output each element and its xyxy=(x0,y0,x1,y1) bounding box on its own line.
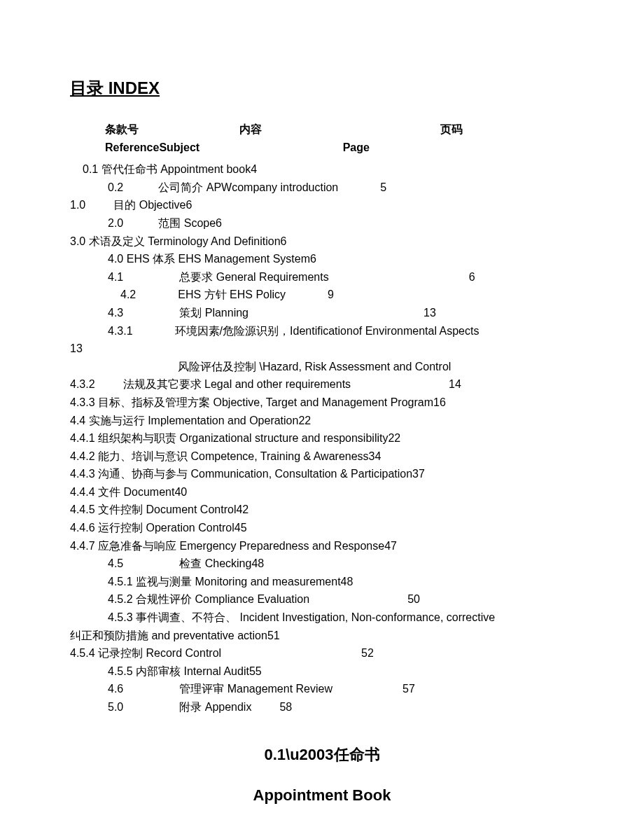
entry-page: 13 xyxy=(424,307,436,319)
entry-num: 4.4.4 xyxy=(70,486,95,498)
entry-en: Management Review xyxy=(227,683,332,695)
toc-entry: 纠正和预防措施 and preventative action51 xyxy=(70,627,574,645)
header-col-ref-en: Reference xyxy=(105,141,159,153)
entry-num: 4.4.5 xyxy=(70,503,95,515)
entry-en: Operation Control xyxy=(146,522,234,534)
entry-page: 6 xyxy=(281,235,287,247)
entry-en: Document Control xyxy=(146,503,237,515)
entry-en: Document xyxy=(124,486,175,498)
toc-entry: 4.4.7 应急准备与响应 Emergency Preparedness and… xyxy=(70,537,574,555)
entry-num: 1.0 xyxy=(70,199,85,211)
toc-entry: 1.0目的 Objective6 xyxy=(70,196,574,214)
toc-entry: 4.5.3 事件调查、不符合、 Incident Investigation, … xyxy=(70,609,574,627)
entry-page: 37 xyxy=(412,468,425,480)
entry-page: 14 xyxy=(449,378,461,390)
toc-entry: 4.0 EHS 体系 EHS Management System6 xyxy=(70,250,574,268)
toc-entry: 风险评估及控制 \Hazard, Risk Assessment and Con… xyxy=(70,358,574,376)
toc-entry: 4.5.1 监视与测量 Monitoring and measurement48 xyxy=(70,573,574,591)
entry-cn: 环境因素/危险源识别， xyxy=(175,325,290,337)
entry-num: 0.2 xyxy=(108,181,123,193)
entry-en: Terminology And Definition xyxy=(148,235,280,247)
entry-num: 0.1 xyxy=(83,163,98,175)
entry-en: Identificationof Environmental Aspects xyxy=(290,325,479,337)
entry-cn: 范围 xyxy=(158,217,181,229)
entry-num: 4.4.3 xyxy=(70,468,95,480)
entry-page: 13 xyxy=(70,342,83,354)
entry-en: General Requirements xyxy=(216,271,329,283)
entry-page: 6 xyxy=(186,199,192,211)
entry-num: 4.5.4 xyxy=(70,647,95,659)
entry-num: 4.4 xyxy=(70,415,85,426)
entry-cn: 监视与测量 xyxy=(136,576,192,588)
entry-cn: 组织架构与职责 xyxy=(98,432,176,444)
entry-en: Checking xyxy=(205,557,252,569)
toc-entry: 4.4 实施与运行 Implementation and Operation22 xyxy=(70,412,574,430)
entry-cn: 应急准备与响应 xyxy=(98,540,176,552)
index-header-cn: 条款号 内容 页码 xyxy=(70,120,574,139)
header-col-page-cn: 页码 xyxy=(440,123,463,135)
entry-cn: 总要求 xyxy=(179,271,213,283)
entry-num: 4.6 xyxy=(108,683,123,695)
entry-page: 34 xyxy=(369,450,382,462)
entry-page: 47 xyxy=(384,540,397,552)
entry-cn: 公司简介 xyxy=(158,181,203,193)
entry-en: Legal and other requirements xyxy=(204,378,351,390)
entry-page: 40 xyxy=(174,486,187,498)
entry-en: Organizational structure and responsibil… xyxy=(180,432,388,444)
entry-num: 4.5.3 xyxy=(108,611,133,623)
toc-entry: 4.4.2 能力、培训与意识 Competence, Training & Aw… xyxy=(70,447,574,466)
entry-page: 9 xyxy=(328,289,334,300)
entry-page: 48 xyxy=(341,576,354,588)
entry-cn: 运行控制 xyxy=(98,522,143,534)
entry-cn: 附录 xyxy=(179,701,202,713)
entry-num: 4.4.2 xyxy=(70,450,95,462)
entry-cn: 沟通、协商与参与 xyxy=(98,468,188,480)
entry-cn: EHS 体系 xyxy=(127,253,175,265)
section-num: 0.1 xyxy=(264,746,286,763)
toc-entry: 5.0附录 Appendix58 xyxy=(70,698,574,716)
entry-cn: 目标、指标及管理方案 xyxy=(98,396,210,408)
toc-entry: 4.4.3 沟通、协商与参与 Communication, Consultati… xyxy=(70,465,574,483)
entry-num: 4.0 xyxy=(108,253,123,265)
entry-en: Incident Investigation, Non-conformance,… xyxy=(240,611,496,623)
header-col-ref-cn: 条款号 xyxy=(105,123,139,135)
toc-entry: 4.4.6 运行控制 Operation Control45 xyxy=(70,519,574,537)
entry-num: 3.0 xyxy=(70,235,85,247)
entry-num: 4.5.2 xyxy=(108,593,133,605)
entry-page: 52 xyxy=(361,647,374,659)
entry-cn: 法规及其它要求 xyxy=(123,378,202,390)
header-col-subject-en: Subject xyxy=(159,141,200,153)
entry-en: Appendix xyxy=(205,701,252,713)
section-heading-cn: 0.1\u2003任命书 xyxy=(70,744,574,765)
entry-cn: 风险评估及控制 xyxy=(178,361,256,373)
entry-page: 50 xyxy=(407,593,420,605)
entry-en: and preventative action xyxy=(151,630,267,641)
entry-num: 4.1 xyxy=(108,271,123,283)
toc-entry: 4.3.3 目标、指标及管理方案 Objective, Target and M… xyxy=(70,394,574,412)
toc-entry: 4.5.2 合规性评价 Compliance Evaluation50 xyxy=(70,590,574,609)
toc-entry: 3.0 术语及定义 Terminology And Definition6 xyxy=(70,232,574,251)
entry-num: 4.4.1 xyxy=(70,432,95,444)
toc-entry: 4.5.5 内部审核 Internal Audit55 xyxy=(70,662,574,681)
entry-en: Competence, Training & Awareness xyxy=(191,450,369,462)
entry-cn: 记录控制 xyxy=(98,647,143,659)
entry-cn: 管理评审 xyxy=(179,683,224,695)
entry-num: 4.2 xyxy=(120,289,136,300)
toc-entry: 2.0范围 Scope6 xyxy=(70,214,574,232)
entry-en: Implementation and Operation xyxy=(148,415,298,426)
entry-cn: 管代任命书 xyxy=(102,163,158,175)
toc-entry: 4.3.1环境因素/危险源识别，Identificationof Environ… xyxy=(70,322,574,340)
entry-cn: 内部审核 xyxy=(136,665,181,677)
entry-en: EHS Policy xyxy=(230,289,286,300)
entry-page: 57 xyxy=(402,683,415,695)
toc-entry: 4.3.2法规及其它要求 Legal and other requirement… xyxy=(70,375,574,394)
toc-entry: 4.3策划 Planning13 xyxy=(70,304,574,322)
entry-cn: 检查 xyxy=(179,557,202,569)
entry-en: Record Control xyxy=(146,647,222,659)
entry-page: 6 xyxy=(310,253,316,265)
toc-entry-pagewrap: 13 xyxy=(70,340,574,358)
entry-page: 22 xyxy=(388,432,400,444)
toc-entry: 4.5检查 Checking48 xyxy=(70,555,574,573)
entry-page: 6 xyxy=(469,271,475,283)
entry-page: 5 xyxy=(380,181,386,193)
